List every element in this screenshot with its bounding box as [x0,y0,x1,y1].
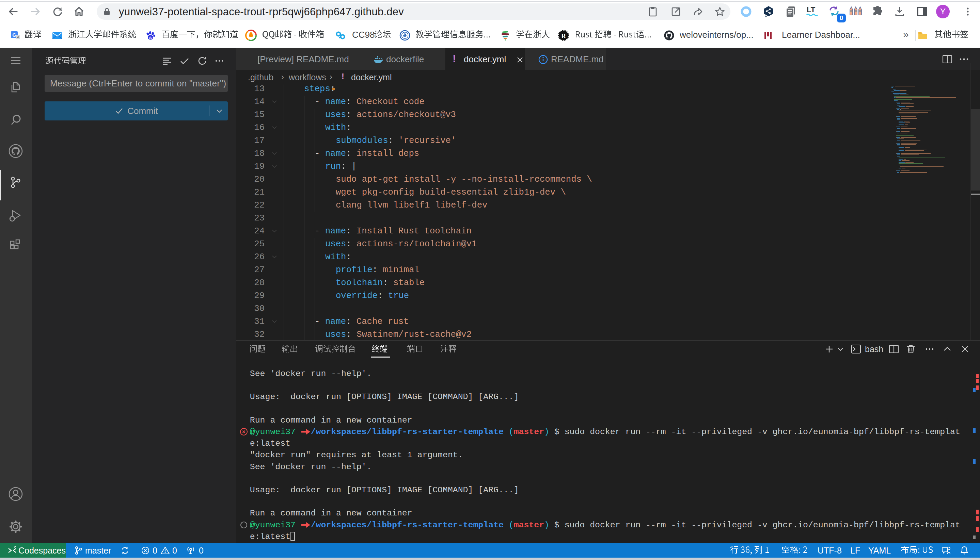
svg-text:R: R [561,32,566,40]
svg-text:du: du [149,36,152,40]
svg-text:LT: LT [807,5,816,14]
svg-text:Y: Y [940,7,946,16]
